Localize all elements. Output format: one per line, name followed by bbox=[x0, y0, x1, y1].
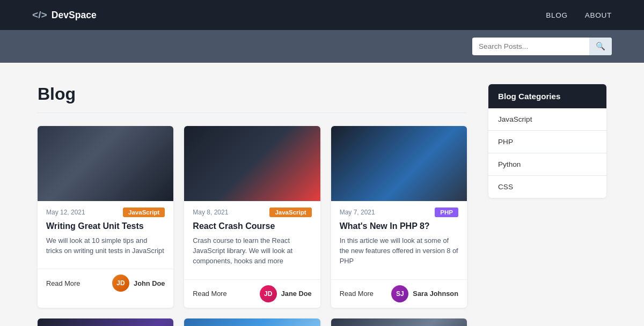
card-footer-1: Read More JD Jane Doe bbox=[184, 279, 320, 308]
card-image-0 bbox=[38, 126, 173, 201]
author-avatar-1: JD bbox=[260, 285, 277, 302]
search-button[interactable]: 🔍 bbox=[589, 38, 612, 55]
card-image-3 bbox=[38, 318, 173, 326]
author-name-2: Sara Johnson bbox=[413, 290, 458, 298]
read-more-link-1[interactable]: Read More bbox=[193, 290, 226, 298]
post-card-4: May 3, 2021 CSS Tailwind CSS Crash Cours… bbox=[184, 318, 320, 326]
card-body-0: Writing Great Unit Tests We will look at… bbox=[38, 217, 173, 269]
card-image-4 bbox=[184, 318, 320, 326]
author-avatar-0: JD bbox=[112, 275, 129, 292]
title-divider bbox=[38, 113, 467, 113]
card-footer-0: Read More JD John Doe bbox=[38, 269, 173, 297]
card-body-2: What's New In PHP 8? In this article we … bbox=[331, 217, 467, 279]
card-date-2: May 7, 2021 bbox=[340, 209, 375, 216]
nav-link-blog[interactable]: BLOG bbox=[546, 11, 568, 19]
category-item-css[interactable]: CSS bbox=[488, 176, 606, 198]
nav-link-about[interactable]: ABOUT bbox=[585, 11, 612, 19]
read-more-link-2[interactable]: Read More bbox=[340, 290, 374, 298]
nav-links: BLOGABOUT bbox=[546, 11, 612, 19]
card-image-2 bbox=[331, 126, 467, 201]
sidebar: Blog Categories JavaScriptPHPPythonCSS bbox=[488, 84, 606, 198]
categories-header: Blog Categories bbox=[488, 84, 606, 108]
card-excerpt-1: Crash course to learn the React JavaScri… bbox=[193, 235, 311, 266]
search-bar: 🔍 bbox=[472, 38, 612, 55]
post-card-3: May 5, 2021 Python Python For Beginners … bbox=[38, 318, 173, 326]
categories-widget: Blog Categories JavaScriptPHPPythonCSS bbox=[488, 84, 606, 198]
card-meta-2: May 7, 2021 PHP bbox=[331, 201, 467, 217]
category-item-php[interactable]: PHP bbox=[488, 131, 606, 153]
author-0: JD John Doe bbox=[112, 275, 165, 292]
navbar: </> DevSpace BLOGABOUT bbox=[0, 0, 644, 30]
post-card-1: May 8, 2021 JavaScript React Crash Cours… bbox=[184, 126, 320, 308]
card-image-5 bbox=[331, 318, 467, 326]
card-date-0: May 12, 2021 bbox=[46, 209, 85, 216]
card-tag-1: JavaScript bbox=[269, 208, 311, 217]
post-card-2: May 7, 2021 PHP What's New In PHP 8? In … bbox=[331, 126, 467, 308]
card-date-1: May 8, 2021 bbox=[193, 209, 228, 216]
post-grid: May 12, 2021 JavaScript Writing Great Un… bbox=[38, 126, 467, 326]
category-item-javascript[interactable]: JavaScript bbox=[488, 108, 606, 131]
card-excerpt-2: In this article we will look at some of … bbox=[340, 235, 458, 266]
page-title: Blog bbox=[38, 84, 467, 104]
card-excerpt-0: We will look at 10 simple tips and trick… bbox=[46, 235, 165, 256]
search-bar-section: 🔍 bbox=[0, 30, 644, 63]
bracket-left-icon: </> bbox=[32, 9, 47, 21]
card-title-0: Writing Great Unit Tests bbox=[46, 221, 165, 231]
author-2: SJ Sara Johnson bbox=[391, 285, 458, 302]
brand-logo[interactable]: </> DevSpace bbox=[32, 9, 97, 21]
search-input[interactable] bbox=[472, 38, 589, 55]
card-footer-2: Read More SJ Sara Johnson bbox=[331, 279, 467, 308]
category-item-python[interactable]: Python bbox=[488, 153, 606, 176]
author-avatar-2: SJ bbox=[391, 285, 408, 302]
card-tag-2: PHP bbox=[435, 208, 458, 217]
category-list: JavaScriptPHPPythonCSS bbox=[488, 108, 606, 198]
card-title-2: What's New In PHP 8? bbox=[340, 221, 458, 231]
card-meta-1: May 8, 2021 JavaScript bbox=[184, 201, 320, 217]
read-more-link-0[interactable]: Read More bbox=[46, 279, 80, 287]
card-tag-0: JavaScript bbox=[123, 208, 165, 217]
main-container: Blog May 12, 2021 JavaScript Writing Gre… bbox=[27, 63, 617, 326]
card-body-1: React Crash Course Crash course to learn… bbox=[184, 217, 320, 279]
card-image-1 bbox=[184, 126, 320, 201]
content-area: Blog May 12, 2021 JavaScript Writing Gre… bbox=[38, 84, 467, 326]
author-name-1: Jane Doe bbox=[281, 290, 312, 298]
card-meta-0: May 12, 2021 JavaScript bbox=[38, 201, 173, 217]
card-title-1: React Crash Course bbox=[193, 221, 311, 231]
author-name-0: John Doe bbox=[134, 279, 165, 287]
post-card-0: May 12, 2021 JavaScript Writing Great Un… bbox=[38, 126, 173, 308]
author-1: JD Jane Doe bbox=[260, 285, 312, 302]
post-card-5: May 1, 2021 JavaScript JavaScript Array … bbox=[331, 318, 467, 326]
brand-name: DevSpace bbox=[52, 10, 97, 21]
